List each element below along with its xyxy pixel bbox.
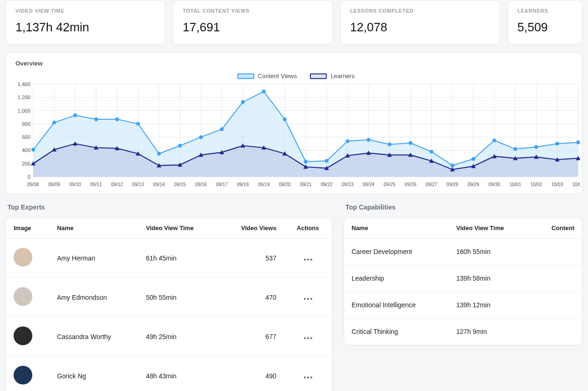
svg-point-79 xyxy=(220,127,224,131)
col-name[interactable]: Name xyxy=(50,218,139,239)
legend-swatch-icon xyxy=(310,73,327,79)
svg-text:09/11: 09/11 xyxy=(90,182,102,187)
table-row[interactable]: Amy Herman61h 45min537 xyxy=(6,239,332,278)
stat-label: LESSONS COMPLETED xyxy=(350,8,490,14)
top-capabilities-table: Name Video View Time Content Career Deve… xyxy=(344,218,582,345)
col-video-views[interactable]: Video Views xyxy=(219,218,284,239)
svg-text:09/29: 09/29 xyxy=(468,182,479,187)
top-capabilities-section: Top Capabilities Name Video View Time Co… xyxy=(344,203,582,346)
col-view-time[interactable]: Video View Time xyxy=(449,218,532,239)
stat-label: VIDEO VIEW TIME xyxy=(15,8,155,14)
svg-text:10/02: 10/02 xyxy=(530,182,542,187)
svg-point-86 xyxy=(367,138,370,142)
cell-image xyxy=(6,239,50,278)
svg-text:09/24: 09/24 xyxy=(363,182,375,187)
table-header-row: Image Name Video View Time Video Views A… xyxy=(6,218,332,239)
cell-content xyxy=(532,265,582,292)
cell-view-time: 139h 12min xyxy=(449,292,532,319)
svg-text:09/10: 09/10 xyxy=(69,182,81,187)
svg-text:0: 0 xyxy=(28,174,30,180)
svg-point-72 xyxy=(74,113,77,117)
svg-text:09/12: 09/12 xyxy=(111,182,123,187)
col-name[interactable]: Name xyxy=(344,218,449,239)
svg-point-71 xyxy=(52,121,56,124)
col-actions: Actions xyxy=(284,218,332,239)
svg-point-78 xyxy=(199,135,203,139)
cell-actions xyxy=(284,356,332,391)
chart-area: 02004006008001,0001,2001,40009/0809/0909… xyxy=(14,82,578,190)
cell-video-views: 677 xyxy=(219,317,284,356)
svg-text:09/16: 09/16 xyxy=(195,182,207,187)
svg-text:09/19: 09/19 xyxy=(258,182,270,187)
svg-point-95 xyxy=(555,142,559,145)
table-row[interactable]: Amy Edmondson50h 55min470 xyxy=(6,278,332,317)
col-content[interactable]: Content xyxy=(532,218,582,239)
cell-content xyxy=(532,319,582,345)
col-image[interactable]: Image xyxy=(6,218,50,239)
avatar xyxy=(14,248,32,267)
more-actions-icon[interactable] xyxy=(304,259,312,261)
cell-view-time: 48h 43min xyxy=(139,356,219,391)
table-row[interactable]: Leadership139h 58min xyxy=(344,265,582,292)
svg-text:400: 400 xyxy=(22,147,30,153)
cell-name: Leadership xyxy=(344,265,449,292)
cell-view-time: 127h 9min xyxy=(449,319,532,345)
svg-text:1,000: 1,000 xyxy=(17,108,30,114)
svg-point-89 xyxy=(430,150,434,153)
svg-point-82 xyxy=(283,117,287,121)
stat-value: 12,078 xyxy=(350,20,490,35)
svg-text:09/13: 09/13 xyxy=(132,182,144,187)
svg-point-73 xyxy=(94,117,98,121)
avatar xyxy=(14,366,32,384)
more-actions-icon[interactable] xyxy=(304,377,312,378)
cell-name: Critical Thinking xyxy=(344,319,449,345)
overview-chart-card: Overview Content Views Learners 02004006… xyxy=(6,52,582,194)
svg-point-93 xyxy=(514,147,517,151)
table-row[interactable]: Emotional Intelligence139h 12min xyxy=(344,292,582,319)
cell-actions xyxy=(284,317,332,356)
svg-text:800: 800 xyxy=(22,121,30,127)
table-row[interactable]: Gorick Ng48h 43min490 xyxy=(6,356,332,391)
cell-view-time: 160h 55min xyxy=(449,239,532,265)
legend-item-content-views[interactable]: Content Views xyxy=(237,72,297,80)
svg-point-90 xyxy=(450,164,454,167)
avatar xyxy=(14,326,32,345)
cell-view-time: 49h 25min xyxy=(139,317,219,356)
col-view-time[interactable]: Video View Time xyxy=(139,218,219,239)
more-actions-icon[interactable] xyxy=(304,298,312,300)
table-row[interactable]: Cassandra Worthy49h 25min677 xyxy=(6,317,332,356)
cell-image xyxy=(6,278,50,317)
svg-point-88 xyxy=(409,141,412,145)
chart-legend: Content Views Learners xyxy=(14,72,578,80)
stat-label: LEARNERS xyxy=(517,8,573,14)
section-title: Top Experts xyxy=(6,203,332,211)
avatar xyxy=(14,287,32,306)
cell-video-views: 537 xyxy=(219,239,284,278)
stat-value: 17,691 xyxy=(183,20,323,35)
legend-swatch-icon xyxy=(237,73,254,79)
svg-point-96 xyxy=(576,140,580,144)
svg-text:09/25: 09/25 xyxy=(384,182,396,187)
cell-name: Amy Edmondson xyxy=(50,278,139,317)
svg-text:1,200: 1,200 xyxy=(17,94,30,100)
svg-text:09/22: 09/22 xyxy=(321,182,332,187)
cell-image xyxy=(6,356,50,391)
more-actions-icon[interactable] xyxy=(304,337,312,339)
svg-point-83 xyxy=(304,159,308,163)
table-row[interactable]: Critical Thinking127h 9min xyxy=(344,319,582,345)
stat-card-lessons-completed: LESSONS COMPLETED 12,078 xyxy=(340,0,500,44)
svg-text:09/28: 09/28 xyxy=(447,182,458,187)
svg-text:09/18: 09/18 xyxy=(237,182,249,187)
svg-point-94 xyxy=(534,145,538,149)
cell-actions xyxy=(284,239,332,278)
svg-point-76 xyxy=(157,152,161,156)
stat-label: TOTAL CONTENT VIEWS xyxy=(183,8,323,14)
legend-label: Content Views xyxy=(258,72,297,80)
legend-item-learners[interactable]: Learners xyxy=(310,72,354,80)
svg-point-92 xyxy=(492,138,496,142)
overview-title: Overview xyxy=(14,60,578,67)
stat-card-learners: LEARNERS 5,509 xyxy=(507,0,582,44)
svg-point-81 xyxy=(262,90,265,94)
svg-text:09/09: 09/09 xyxy=(48,182,60,187)
table-row[interactable]: Career Development160h 55min xyxy=(344,239,582,265)
